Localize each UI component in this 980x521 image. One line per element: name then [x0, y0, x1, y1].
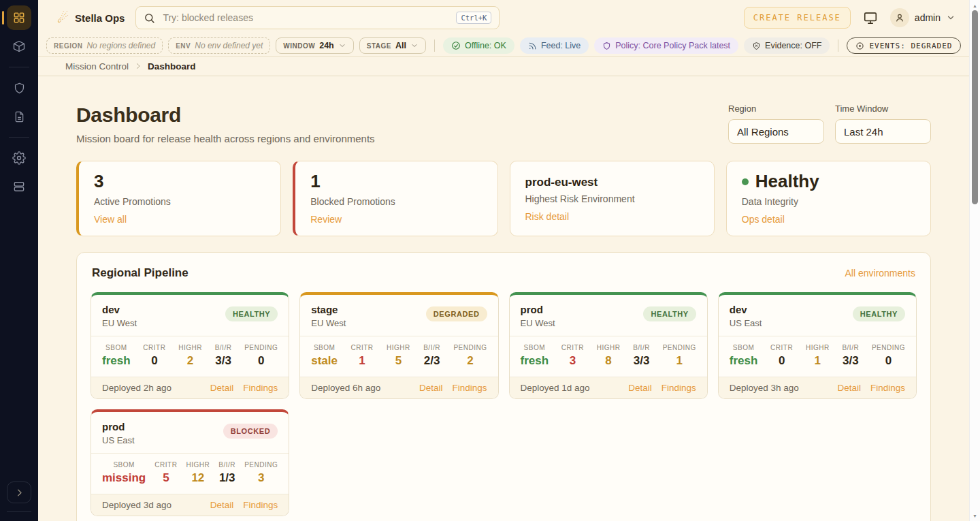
- environment-region: EU West: [311, 318, 346, 328]
- brand[interactable]: ☄ Stella Ops: [57, 10, 125, 26]
- all-environments-link[interactable]: All environments: [845, 268, 916, 279]
- region-select[interactable]: All Regions: [728, 119, 824, 144]
- scrollbar-down-arrow[interactable]: ▼: [970, 511, 980, 520]
- sidebar-item-dashboard[interactable]: [7, 5, 31, 30]
- findings-link[interactable]: Findings: [243, 383, 278, 393]
- environment-region: EU West: [521, 318, 555, 328]
- environment-region: US East: [730, 318, 762, 328]
- window-filter-pill[interactable]: WINDOW 24h: [276, 37, 353, 54]
- stat-label: HIGHR: [806, 344, 830, 351]
- sidebar-divider: [9, 137, 29, 138]
- detail-link[interactable]: Detail: [628, 383, 652, 393]
- deployed-time: Deployed 3h ago: [730, 383, 799, 393]
- env-filter-pill[interactable]: ENV No env defined yet: [168, 37, 270, 54]
- sidebar-item-releases[interactable]: [7, 34, 31, 59]
- sidebar-divider: [9, 67, 29, 67]
- stage-pill-label: STAGE: [367, 42, 391, 50]
- package-icon: [12, 40, 26, 53]
- stat-label: B/I/R: [423, 344, 440, 351]
- env-pill-value: No env defined yet: [195, 41, 263, 50]
- window-pill-value: 24h: [319, 41, 334, 50]
- breadcrumb-current: Dashboard: [148, 61, 196, 72]
- detail-link[interactable]: Detail: [837, 383, 861, 393]
- events-status-text: EVENTS: DEGRADED: [869, 42, 952, 50]
- scrollbar-thumb[interactable]: [972, 10, 978, 204]
- user-menu[interactable]: admin: [890, 8, 956, 27]
- environment-region: EU West: [102, 318, 137, 328]
- region-filter-pill[interactable]: REGION No regions defined: [46, 37, 163, 54]
- vertical-scrollbar: ▲ ▼: [969, 0, 980, 521]
- environment-name: prod: [102, 421, 135, 432]
- rss-feed-icon: [528, 42, 537, 50]
- stat-value: 3/3: [215, 354, 232, 368]
- stat-label: HIGHR: [178, 344, 202, 351]
- findings-link[interactable]: Findings: [452, 383, 487, 393]
- sidebar-expand-button[interactable]: [7, 481, 31, 503]
- sidebar-item-infrastructure[interactable]: [7, 174, 31, 199]
- region-select-label: Region: [728, 104, 824, 114]
- findings-link[interactable]: Findings: [243, 500, 278, 510]
- context-bar: REGION No regions defined ENV No env def…: [38, 35, 969, 57]
- detail-link[interactable]: Detail: [419, 383, 443, 393]
- page-content: Dashboard Mission board for release heal…: [38, 76, 969, 521]
- sidebar-item-policies[interactable]: [7, 76, 31, 100]
- page-title: Dashboard: [76, 104, 375, 127]
- evidence-status-text: Evidence: OFF: [765, 41, 821, 50]
- search-input[interactable]: [161, 12, 450, 24]
- deployed-time: Deployed 1d ago: [521, 383, 590, 393]
- status-badge: BLOCKED: [223, 424, 278, 439]
- risk-detail-link[interactable]: Risk detail: [525, 211, 570, 222]
- divider: [838, 40, 838, 52]
- search-icon: [144, 12, 155, 24]
- create-release-button[interactable]: CREATE RELEASE: [744, 7, 851, 29]
- stat-label: CRITR: [561, 344, 584, 351]
- blocked-promotions-value: 1: [310, 172, 482, 192]
- scrollbar-up-arrow[interactable]: ▲: [970, 1, 980, 10]
- findings-link[interactable]: Findings: [870, 383, 905, 393]
- ops-detail-link[interactable]: Ops detail: [742, 214, 785, 225]
- stat-label: PENDING: [453, 344, 487, 351]
- sidebar-bottom-divider: [7, 511, 31, 512]
- chevron-right-icon: [134, 62, 142, 70]
- feed-status-text: Feed: Live: [541, 41, 581, 50]
- policy-status-text: Policy: Core Policy Pack latest: [615, 41, 730, 50]
- stat-label: SBOM: [102, 344, 131, 351]
- stat-label: B/I/R: [218, 461, 235, 469]
- status-badge: DEGRADED: [426, 306, 487, 321]
- user-name: admin: [915, 12, 941, 23]
- findings-link[interactable]: Findings: [662, 383, 696, 393]
- events-status-badge[interactable]: EVENTS: DEGRADED: [847, 37, 961, 54]
- pipeline-card-prod-eu-west: prod EU West HEALTHY SBOMfresh CRITR3 HI…: [509, 292, 708, 399]
- stat-value: 12: [186, 471, 210, 485]
- view-all-link[interactable]: View all: [94, 214, 127, 225]
- shield-icon: [602, 42, 611, 50]
- deployed-time: Deployed 6h ago: [311, 383, 380, 393]
- stat-label: PENDING: [244, 344, 278, 351]
- offline-status-chip[interactable]: Offline: OK: [443, 37, 514, 54]
- pipeline-grid: dev EU West HEALTHY SBOMfresh CRITR0 HIG…: [91, 292, 917, 516]
- detail-link[interactable]: Detail: [210, 500, 234, 510]
- evidence-status-chip[interactable]: Evidence: OFF: [744, 37, 830, 54]
- status-badge: HEALTHY: [225, 306, 278, 321]
- review-link[interactable]: Review: [310, 214, 342, 225]
- dashboard-grid-icon: [12, 11, 26, 25]
- sidebar-item-settings[interactable]: [7, 146, 31, 170]
- stat-label: PENDING: [663, 344, 696, 351]
- policy-status-chip[interactable]: Policy: Core Policy Pack latest: [594, 37, 738, 54]
- stat-value: 2: [178, 354, 202, 368]
- pipeline-card-prod-us-east: prod US East BLOCKED SBOMmissing CRITR5 …: [91, 409, 289, 516]
- stat-label: CRITR: [350, 344, 373, 351]
- time-window-select[interactable]: Last 24h: [835, 119, 931, 144]
- feed-status-chip[interactable]: Feed: Live: [520, 37, 589, 54]
- stage-filter-pill[interactable]: STAGE All: [359, 37, 426, 54]
- detail-link[interactable]: Detail: [210, 383, 234, 393]
- region-pill-value: No regions defined: [86, 41, 155, 50]
- sidebar-item-documents[interactable]: [7, 104, 31, 129]
- blocked-promotions-label: Blocked Promotions: [310, 196, 482, 207]
- comet-logo-icon: ☄: [57, 10, 69, 26]
- display-mode-button[interactable]: [863, 10, 878, 25]
- data-integrity-value: Healthy: [742, 172, 915, 192]
- offline-status-text: Offline: OK: [465, 41, 506, 50]
- data-integrity-label: Data Integrity: [742, 196, 915, 207]
- breadcrumb-parent[interactable]: Mission Control: [65, 61, 129, 72]
